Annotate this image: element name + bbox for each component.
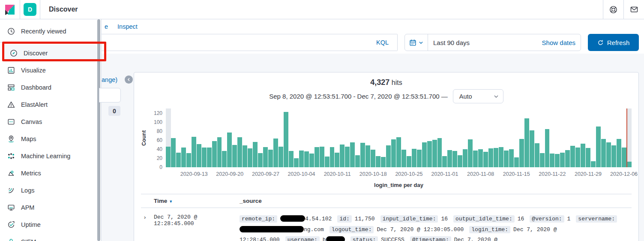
sidebar-item-uptime[interactable]: Uptime xyxy=(0,216,97,233)
histogram-bar[interactable] xyxy=(545,129,550,167)
expand-row-icon[interactable]: › xyxy=(141,214,154,241)
histogram-bar[interactable] xyxy=(391,139,396,167)
histogram-bar[interactable] xyxy=(217,137,222,167)
histogram-bar[interactable] xyxy=(468,139,473,167)
histogram-bar[interactable] xyxy=(530,130,534,167)
histogram-bar[interactable] xyxy=(514,157,519,167)
sidebar-item-siem[interactable]: SIEM xyxy=(0,233,97,241)
histogram-bar[interactable] xyxy=(494,148,498,167)
histogram-bar[interactable] xyxy=(345,147,350,167)
chart-plot-area[interactable] xyxy=(166,108,632,167)
calendar-dropdown-button[interactable] xyxy=(405,34,428,51)
time-column-header[interactable]: Time▼ xyxy=(154,198,240,204)
histogram-bar[interactable] xyxy=(499,147,503,167)
histogram-bar[interactable] xyxy=(371,150,375,167)
refresh-button[interactable]: Refresh xyxy=(588,34,639,51)
sidebar-item-apm[interactable]: APM xyxy=(0,199,97,216)
histogram-bar[interactable] xyxy=(575,148,580,167)
histogram-bar[interactable] xyxy=(442,156,447,167)
histogram-bar[interactable] xyxy=(207,148,212,167)
histogram-bar[interactable] xyxy=(509,149,514,167)
histogram-bar[interactable] xyxy=(360,143,365,167)
histogram-bar[interactable] xyxy=(581,144,585,167)
histogram-bar[interactable] xyxy=(320,147,324,167)
histogram-bar[interactable] xyxy=(488,148,493,167)
change-index-link-partial[interactable]: ange) xyxy=(102,76,117,83)
histogram-bar[interactable] xyxy=(202,148,207,167)
histogram-bar[interactable] xyxy=(258,153,263,167)
histogram-bar[interactable] xyxy=(232,145,237,167)
mail-icon[interactable] xyxy=(623,0,644,19)
histogram-bar[interactable] xyxy=(412,149,416,167)
sort-desc-icon[interactable]: ▼ xyxy=(169,199,173,204)
histogram-bar[interactable] xyxy=(483,152,488,167)
histogram-bar[interactable] xyxy=(437,138,442,168)
sidebar-item-dashboard[interactable]: Dashboard xyxy=(0,79,97,96)
interval-select[interactable]: Auto xyxy=(453,89,503,103)
histogram-bar[interactable] xyxy=(294,158,299,167)
histogram-bar[interactable] xyxy=(565,150,570,167)
histogram-bar[interactable] xyxy=(601,139,606,167)
histogram-bar[interactable] xyxy=(524,118,529,167)
kibana-logo[interactable] xyxy=(0,0,20,19)
search-input[interactable]: KQL xyxy=(102,34,398,51)
sidebar-item-visualize[interactable]: Visualize xyxy=(0,62,97,79)
histogram-bar[interactable] xyxy=(248,148,252,167)
sidebar-item-elastalert[interactable]: ElastAlert xyxy=(0,96,97,113)
sidebar-item-logs[interactable]: Logs xyxy=(0,182,97,199)
histogram-bar[interactable] xyxy=(243,145,247,167)
histogram-bar[interactable] xyxy=(355,155,360,167)
histogram-bar[interactable] xyxy=(253,142,258,167)
histogram-bar[interactable] xyxy=(284,112,288,167)
histogram-bar[interactable] xyxy=(237,137,242,167)
sidebar-item-discover[interactable]: Discover xyxy=(3,45,97,62)
histogram-bar[interactable] xyxy=(540,153,545,167)
histogram-bar[interactable] xyxy=(570,146,575,167)
histogram-bar[interactable] xyxy=(591,161,596,167)
histogram-bar[interactable] xyxy=(427,141,432,167)
field-filter-input-partial[interactable] xyxy=(99,88,121,102)
histogram-bar[interactable] xyxy=(304,151,309,167)
histogram-bar[interactable] xyxy=(212,141,217,167)
histogram-bar[interactable] xyxy=(407,156,411,167)
histogram-bar[interactable] xyxy=(622,148,626,167)
histogram-bar[interactable] xyxy=(422,142,427,167)
histogram-bar[interactable] xyxy=(432,140,437,167)
histogram-bar[interactable] xyxy=(176,153,181,167)
histogram-bar[interactable] xyxy=(192,137,196,167)
histogram-bar[interactable] xyxy=(550,154,554,167)
histogram-bar[interactable] xyxy=(376,156,380,167)
space-selector[interactable]: D xyxy=(20,0,40,19)
histogram-bar[interactable] xyxy=(365,145,370,167)
histogram-bar[interactable] xyxy=(519,139,524,167)
histogram-bar[interactable] xyxy=(535,143,539,167)
histogram-bar[interactable] xyxy=(335,153,339,167)
histogram-bar[interactable] xyxy=(197,144,201,167)
help-icon[interactable] xyxy=(603,0,623,19)
histogram-bar[interactable] xyxy=(396,137,401,167)
histogram-bar[interactable] xyxy=(315,147,319,167)
sidebar-scrollbar[interactable] xyxy=(97,19,100,241)
histogram-bar[interactable] xyxy=(611,145,616,167)
histogram-bar[interactable] xyxy=(381,157,386,167)
histogram-bar[interactable] xyxy=(627,162,632,167)
histogram-bar[interactable] xyxy=(171,138,176,168)
histogram-bar[interactable] xyxy=(263,147,268,167)
histogram-bar[interactable] xyxy=(504,151,509,167)
histogram-bar[interactable] xyxy=(222,151,227,167)
histogram-bar[interactable] xyxy=(586,148,590,167)
histogram-bar[interactable] xyxy=(463,149,467,167)
time-range-field[interactable]: Last 90 days Show dates xyxy=(428,39,581,46)
histogram-bar[interactable] xyxy=(606,142,611,167)
sidebar-item-maps[interactable]: Maps xyxy=(0,130,97,148)
histogram-bar[interactable] xyxy=(340,145,344,167)
histogram-bar[interactable] xyxy=(596,127,601,167)
histogram-bar[interactable] xyxy=(227,133,232,167)
histogram-bar[interactable] xyxy=(325,157,329,167)
histogram-bar[interactable] xyxy=(181,148,186,167)
histogram-bar[interactable] xyxy=(447,150,452,167)
sidebar-item-canvas[interactable]: Canvas xyxy=(0,113,97,130)
histogram-bar[interactable] xyxy=(330,147,335,167)
inspect-menu-item[interactable]: Inspect xyxy=(117,23,138,30)
histogram-bar[interactable] xyxy=(473,151,478,167)
